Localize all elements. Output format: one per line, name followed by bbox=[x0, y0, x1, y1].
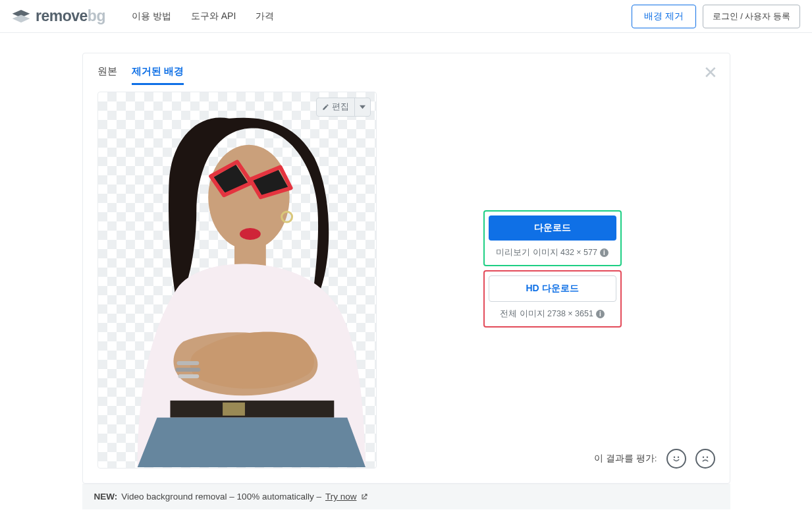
download-hd-box: HD 다운로드 전체 이미지 2738 × 3651i bbox=[483, 270, 622, 328]
svg-point-4 bbox=[239, 228, 260, 240]
promo-banner: NEW: Video background removal – 100% aut… bbox=[82, 484, 730, 509]
svg-marker-1 bbox=[13, 14, 30, 22]
download-hd-button[interactable]: HD 다운로드 bbox=[489, 275, 616, 302]
info-icon[interactable]: i bbox=[600, 248, 609, 257]
result-tabs: 원본 제거된 배경 bbox=[97, 65, 184, 85]
smile-icon bbox=[670, 453, 682, 465]
nav-howto[interactable]: 이용 방법 bbox=[132, 11, 171, 22]
banner-new-label: NEW: bbox=[94, 492, 118, 502]
svg-point-13 bbox=[677, 457, 678, 458]
tab-original[interactable]: 원본 bbox=[97, 65, 117, 85]
banner-text: Video background removal – 100% automati… bbox=[121, 492, 321, 502]
login-button[interactable]: 로그인 / 사용자 등록 bbox=[703, 5, 800, 28]
svg-rect-6 bbox=[176, 361, 199, 365]
svg-line-3 bbox=[247, 180, 252, 181]
svg-rect-7 bbox=[175, 368, 200, 372]
svg-rect-10 bbox=[223, 403, 245, 416]
nav-pricing[interactable]: 가격 bbox=[256, 11, 274, 22]
external-link-icon bbox=[360, 493, 368, 501]
result-card: 원본 제거된 배경 ✕ bbox=[82, 53, 730, 484]
brand-logo[interactable]: removebg bbox=[12, 7, 105, 25]
chevron-down-icon bbox=[355, 100, 370, 115]
banner-cta-link[interactable]: Try now bbox=[325, 492, 357, 502]
main-nav: 이용 방법 도구와 API 가격 bbox=[132, 11, 274, 22]
layers-icon bbox=[12, 10, 30, 23]
result-preview: 편집 bbox=[97, 92, 377, 469]
download-button[interactable]: 다운로드 bbox=[489, 215, 616, 241]
frown-icon bbox=[699, 453, 711, 465]
rate-good-button[interactable] bbox=[666, 449, 686, 469]
tab-removed[interactable]: 제거된 배경 bbox=[132, 65, 184, 85]
rating-prompt: 이 결과를 평가: bbox=[594, 453, 657, 465]
svg-point-15 bbox=[706, 457, 707, 458]
svg-point-14 bbox=[702, 457, 703, 458]
nav-tools[interactable]: 도구와 API bbox=[191, 11, 236, 22]
edit-button[interactable]: 편집 bbox=[316, 98, 371, 117]
svg-rect-9 bbox=[170, 401, 334, 418]
download-preview-meta: 미리보기 이미지 432 × 577i bbox=[496, 247, 609, 258]
svg-rect-8 bbox=[178, 374, 199, 378]
close-icon[interactable]: ✕ bbox=[703, 63, 718, 83]
remove-bg-button[interactable]: 배경 제거 bbox=[632, 5, 696, 28]
rating-row: 이 결과를 평가: bbox=[594, 449, 715, 469]
top-nav: removebg 이용 방법 도구와 API 가격 배경 제거 로그인 / 사용… bbox=[0, 0, 812, 33]
edit-label: 편집 bbox=[332, 101, 349, 113]
person-cutout bbox=[98, 92, 376, 467]
brand-text: removebg bbox=[36, 7, 105, 25]
rate-bad-button[interactable] bbox=[695, 449, 715, 469]
pencil-icon bbox=[322, 103, 329, 111]
svg-point-12 bbox=[673, 457, 674, 458]
download-hd-meta: 전체 이미지 2738 × 3651i bbox=[500, 308, 605, 320]
info-icon[interactable]: i bbox=[596, 310, 605, 318]
download-preview-box: 다운로드 미리보기 이미지 432 × 577i bbox=[483, 210, 622, 266]
